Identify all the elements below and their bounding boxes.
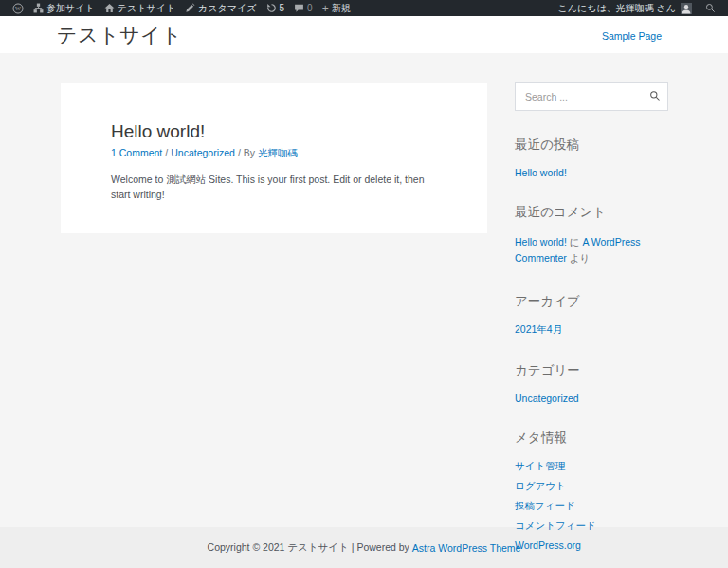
search-input[interactable] (515, 82, 668, 111)
recent-comments-title: 最近のコメント (515, 204, 668, 221)
meta-link-site-admin[interactable]: サイト管理 (515, 460, 668, 473)
archive-link[interactable]: 2021年4月 (515, 323, 668, 337)
recent-comment-entry: Hello world! に A WordPress Commenter より (515, 234, 668, 267)
site-header: テストサイト Sample Page (0, 16, 728, 53)
my-sites-label: 参加サイト (46, 2, 95, 15)
customize-menu[interactable]: カスタマイズ (180, 0, 261, 16)
categories-title: カテゴリー (515, 362, 668, 379)
meta-link-wordpress-org[interactable]: WordPress.org (515, 540, 668, 551)
site-name-label: テストサイト (118, 2, 175, 15)
meta-link-entries-feed[interactable]: 投稿フィード (515, 500, 668, 513)
comment-post-link[interactable]: Hello world! (515, 236, 567, 247)
meta-title: メタ情報 (515, 430, 668, 447)
archives-title: アーカイブ (515, 293, 668, 310)
recent-posts-title: 最近の投稿 (515, 137, 668, 154)
search-submit-button[interactable] (649, 90, 661, 101)
recent-post-link[interactable]: Hello world! (515, 167, 668, 178)
svg-text:W: W (15, 5, 21, 11)
comments-count: 0 (307, 3, 313, 13)
astra-theme-link[interactable]: Astra WordPress Theme (412, 542, 521, 554)
wordpress-logo-icon: W (12, 3, 24, 14)
particle-yori: より (570, 252, 591, 264)
post-meta: 1 Comment/Uncategorized/ By光輝咖碼 (111, 147, 437, 160)
updates-icon (266, 3, 277, 13)
wp-admin-bar: W 参加サイト テストサイト カスタマイズ 5 0 + 新規 (0, 0, 728, 16)
meta-separator-by: / By (238, 147, 255, 158)
recent-comments-widget: 最近のコメント Hello world! に A WordPress Comme… (515, 204, 668, 267)
admin-bar-search-button[interactable] (701, 0, 720, 16)
primary-nav: Sample Page (602, 27, 662, 44)
user-avatar (681, 3, 692, 14)
comment-bubble-icon (294, 3, 304, 13)
brush-icon (185, 3, 195, 13)
sidebar: 最近の投稿 Hello world! 最近のコメント Hello world! … (515, 82, 668, 558)
admin-bar-right: こんにちは、光輝咖碼 さん (554, 0, 720, 16)
magnifier-icon (649, 90, 661, 104)
my-account-menu[interactable]: こんにちは、光輝咖碼 さん (554, 0, 697, 16)
network-sites-icon (33, 3, 44, 13)
updates-menu[interactable]: 5 (262, 0, 290, 16)
category-link[interactable]: Uncategorized (171, 147, 235, 158)
meta-link-comments-feed[interactable]: コメントフィード (515, 520, 668, 533)
plus-icon: + (322, 3, 329, 14)
author-link[interactable]: 光輝咖碼 (258, 147, 298, 158)
comments-menu[interactable]: 0 (289, 0, 318, 16)
house-icon (104, 3, 115, 13)
page-body: Hello world! 1 Comment/Uncategorized/ By… (0, 53, 728, 527)
meta-separator: / (165, 147, 168, 158)
recent-posts-widget: 最近の投稿 Hello world! (515, 137, 668, 178)
post-card: Hello world! 1 Comment/Uncategorized/ By… (61, 83, 487, 233)
search-widget (515, 82, 668, 111)
copyright-text: Copyright © 2021 テストサイト | Powered by (208, 541, 410, 555)
archives-widget: アーカイブ 2021年4月 (515, 293, 668, 337)
new-content-label: 新規 (332, 2, 351, 15)
nav-item-sample-page[interactable]: Sample Page (602, 30, 662, 42)
post-excerpt: Welcome to 測試網站 Sites. This is your firs… (111, 173, 437, 203)
categories-widget: カテゴリー Uncategorized (515, 362, 668, 404)
customize-label: カスタマイズ (198, 2, 256, 15)
meta-link-logout[interactable]: ログアウト (515, 480, 668, 493)
new-content-menu[interactable]: + 新規 (318, 0, 355, 16)
user-greeting: こんにちは、光輝咖碼 さん (558, 2, 678, 15)
category-sidebar-link[interactable]: Uncategorized (515, 393, 668, 404)
site-name-menu[interactable]: テストサイト (100, 0, 180, 16)
my-sites-menu[interactable]: 参加サイト (28, 0, 100, 16)
updates-count: 5 (280, 3, 285, 13)
particle-ni: に (570, 236, 580, 247)
comments-link[interactable]: 1 Comment (111, 147, 162, 158)
meta-widget: メタ情報 サイト管理 ログアウト 投稿フィード コメントフィード WordPre… (515, 430, 668, 551)
search-icon (705, 3, 716, 13)
site-title[interactable]: テストサイト (57, 22, 182, 48)
wp-logo-menu[interactable]: W (8, 0, 28, 16)
post-title-link[interactable]: Hello world! (111, 121, 437, 142)
